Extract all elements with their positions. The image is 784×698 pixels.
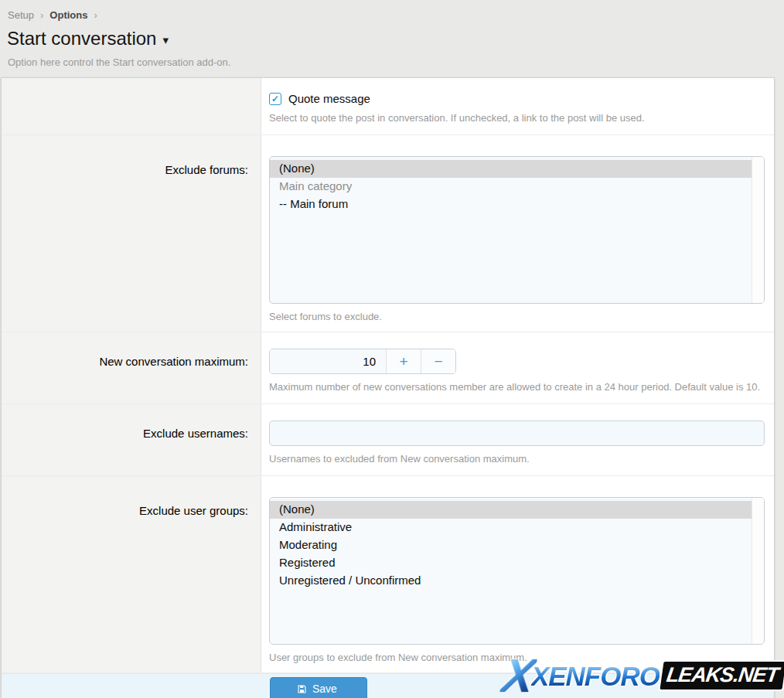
listbox-options: (None) Main category -- Main forum [270, 157, 752, 303]
breadcrumb-setup-link[interactable]: Setup [8, 9, 34, 21]
quote-message-label[interactable]: Quote message [288, 92, 370, 105]
quote-message-description: Select to quote the post in conversation… [269, 112, 765, 124]
exclude-user-groups-listbox[interactable]: (None) Administrative Moderating Registe… [269, 497, 765, 645]
group-option-none[interactable]: (None) [270, 501, 752, 519]
exclude-usernames-label: Exclude usernames: [2, 404, 261, 475]
forum-option-none[interactable]: (None) [270, 160, 752, 178]
new-conversation-maximum-input[interactable] [270, 349, 386, 373]
save-floppy-icon [297, 684, 307, 694]
page-title-dropdown[interactable]: Start conversation ▾ [7, 28, 784, 49]
page-subtitle: Option here control the Start conversati… [8, 56, 784, 68]
exclude-forums-listbox[interactable]: (None) Main category -- Main forum [269, 156, 765, 304]
row-content: Usernames to excluded from New conversat… [261, 404, 774, 475]
page-header: Setup › Options › Start conversation ▾ O… [0, 0, 784, 77]
chevron-right-icon: › [94, 9, 97, 21]
new-conversation-maximum-label: New conversation maximum: [2, 332, 261, 403]
listbox-options: (None) Administrative Moderating Registe… [270, 498, 752, 644]
quote-message-checkbox[interactable]: ✓ [269, 93, 281, 105]
breadcrumb: Setup › Options › [0, 0, 784, 21]
group-option-registered[interactable]: Registered [270, 554, 752, 572]
page-title: Start conversation [7, 28, 156, 49]
group-option-unregistered[interactable]: Unregistered / Unconfirmed [270, 572, 752, 590]
new-conversation-maximum-description: Maximum number of new conversations memb… [269, 381, 765, 393]
listbox-scrollbar-track[interactable] [752, 498, 764, 644]
plus-icon: + [399, 354, 407, 369]
exclude-forums-description: Select forums to exclude. [269, 311, 765, 322]
row-exclude-usernames: Exclude usernames: Usernames to excluded… [2, 404, 774, 476]
options-form-panel: ✓ Quote message Select to quote the post… [1, 77, 775, 698]
exclude-forums-label: Exclude forums: [2, 135, 261, 332]
form-footer: Save [2, 673, 774, 698]
number-spinner-group: + − [269, 349, 456, 374]
breadcrumb-options-link[interactable]: Options [49, 9, 87, 21]
row-content: ✓ Quote message Select to quote the post… [261, 78, 774, 134]
group-option-administrative[interactable]: Administrative [270, 519, 752, 536]
row-content: (None) Administrative Moderating Registe… [261, 476, 774, 672]
save-button[interactable]: Save [270, 677, 367, 698]
row-label-cell [2, 78, 261, 134]
row-new-conversation-maximum: New conversation maximum: + − Maximum nu… [2, 332, 774, 404]
chevron-right-icon: › [40, 9, 43, 21]
checkmark-icon: ✓ [271, 94, 279, 104]
row-exclude-forums: Exclude forums: (None) Main category -- … [2, 135, 774, 332]
exclude-usernames-description: Usernames to excluded from New conversat… [269, 453, 765, 465]
exclude-usernames-input[interactable] [269, 421, 765, 446]
chevron-down-icon: ▾ [162, 31, 169, 47]
increment-button[interactable]: + [386, 349, 421, 373]
row-quote-message: ✓ Quote message Select to quote the post… [2, 78, 774, 135]
group-option-moderating[interactable]: Moderating [270, 536, 752, 554]
forum-option-main-forum[interactable]: -- Main forum [270, 196, 752, 213]
forum-option-main-category[interactable]: Main category [270, 178, 752, 196]
listbox-scrollbar-track[interactable] [752, 157, 764, 303]
row-exclude-user-groups: Exclude user groups: (None) Administrati… [2, 476, 774, 673]
quote-message-checkbox-row[interactable]: ✓ Quote message [269, 92, 765, 105]
exclude-user-groups-description: User groups to exclude from New conversa… [269, 652, 765, 663]
row-content: (None) Main category -- Main forum Selec… [261, 135, 774, 332]
save-button-label: Save [312, 683, 337, 695]
decrement-button[interactable]: − [421, 349, 455, 373]
exclude-user-groups-label: Exclude user groups: [2, 476, 261, 672]
minus-icon: − [434, 354, 442, 369]
row-content: + − Maximum number of new conversations … [261, 332, 774, 403]
